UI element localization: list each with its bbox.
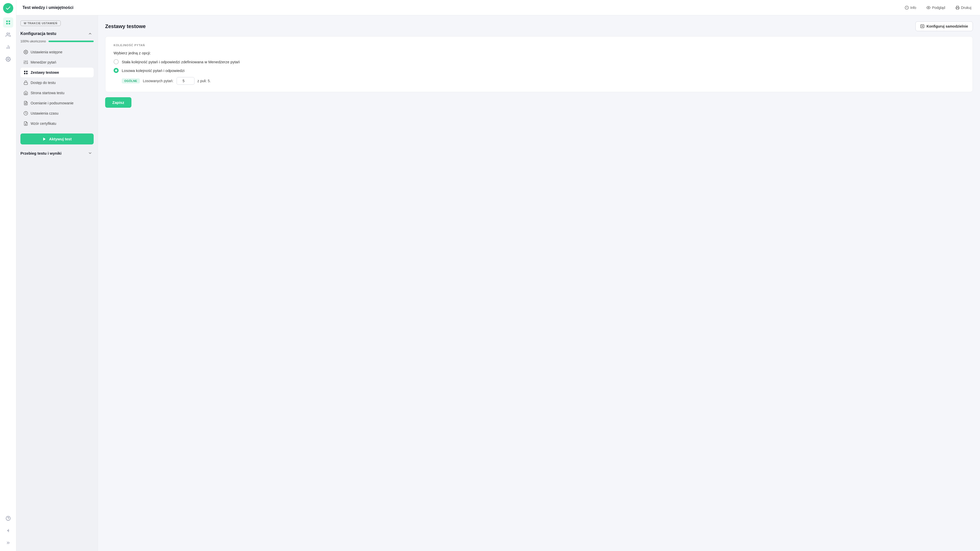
menu-item-zestawy-testowe[interactable]: Zestawy testowe <box>21 68 94 77</box>
svg-point-4 <box>6 33 8 35</box>
info-icon <box>905 6 909 10</box>
nav-back-icon[interactable] <box>3 526 13 536</box>
svg-rect-30 <box>26 73 27 74</box>
config-section-header: Konfiguracja testu <box>21 30 94 37</box>
progress-label: 100% ukończono <box>21 39 46 43</box>
menu-item-ustawienia-wstepne[interactable]: Ustawienia wstępne <box>21 47 94 57</box>
svg-point-15 <box>928 7 929 8</box>
main-section-title: Zestawy testowe <box>105 24 146 29</box>
clock-icon <box>24 111 28 116</box>
doc-icon <box>24 101 28 105</box>
nav-expand-icon[interactable] <box>3 538 13 548</box>
cert-icon <box>24 121 28 126</box>
menu-item-label: Zestawy testowe <box>30 70 59 75</box>
configure-icon <box>920 24 924 28</box>
top-header: Test wiedzy i umiejętności Info Podgląd <box>16 0 980 15</box>
preview-icon <box>926 6 931 10</box>
svg-rect-1 <box>8 21 10 22</box>
main-content: Zestawy testowe Konfiguruj samodzielnie … <box>98 15 980 551</box>
home-icon <box>24 91 28 95</box>
losowanych-label: Losowanych pytań: <box>143 79 173 83</box>
results-section-title: Przebieg testu i wyniki <box>21 151 62 155</box>
menu-item-label: Strona startowa testu <box>30 91 64 95</box>
menu-item-menedzer-pytan[interactable]: Menedżer pytań <box>21 57 94 67</box>
radio-fixed-label: Stała kolejność pytań i odpowiedzi zdefi… <box>122 60 240 64</box>
svg-rect-31 <box>24 83 27 84</box>
menu-item-ocenianie[interactable]: Ocenianie i podsumowanie <box>21 98 94 108</box>
activate-test-button[interactable]: Aktywuj test <box>21 134 94 145</box>
menu-item-label: Ustawienia wstępne <box>30 50 62 54</box>
left-panel: W TRAKCIE USTAWIEŃ Konfiguracja testu 10… <box>16 15 98 551</box>
print-label: Drukuj <box>961 6 971 10</box>
config-collapse-button[interactable] <box>86 30 94 37</box>
svg-point-17 <box>25 51 27 53</box>
app-container: Test wiedzy i umiejętności Info Podgląd <box>16 0 980 551</box>
preview-label: Podgląd <box>932 6 945 10</box>
card-section-label: KOLEJNOŚĆ PYTAŃ <box>114 44 964 47</box>
radio-random-label: Losowa kolejność pytań i odpowiedzi <box>122 68 185 73</box>
activate-btn-label: Aktywuj test <box>49 137 72 141</box>
radio-fixed-circle[interactable] <box>114 59 119 64</box>
menu-item-ustawienia-czasu[interactable]: Ustawienia czasu <box>21 108 94 118</box>
nav-sidebar <box>0 0 16 551</box>
info-label: Info <box>910 6 916 10</box>
menu-item-label: Menedżer pytań <box>30 60 56 64</box>
header-actions: Info Podgląd Drukuj <box>902 4 974 11</box>
losowanych-input[interactable] <box>177 77 194 85</box>
ogolne-badge: OGÓLNE <box>122 78 140 83</box>
nav-chart-icon[interactable] <box>3 42 13 52</box>
nav-grid-icon[interactable] <box>3 18 13 27</box>
print-icon <box>956 6 959 10</box>
chevron-down-icon <box>88 151 92 155</box>
info-button[interactable]: Info <box>902 4 919 11</box>
svg-rect-27 <box>24 71 25 72</box>
menu-item-label: Wzór certyfikatu <box>30 121 56 126</box>
results-collapse-button[interactable] <box>86 150 94 157</box>
nav-help-icon[interactable] <box>3 513 13 524</box>
print-button[interactable]: Drukuj <box>953 4 974 11</box>
app-logo[interactable] <box>3 3 13 13</box>
choose-label: Wybierz jedną z opcji: <box>114 51 964 55</box>
configure-self-button[interactable]: Konfiguruj samodzielnie <box>915 21 973 31</box>
settings-icon <box>24 50 28 54</box>
losowanych-row: OGÓLNE Losowanych pytań: z puli: 5. <box>122 77 964 85</box>
z-puli-text: z puli: 5. <box>197 79 211 83</box>
svg-rect-38 <box>921 25 924 28</box>
menu-item-label: Ocenianie i podsumowanie <box>30 101 73 105</box>
progress-row: 100% ukończono <box>21 39 94 43</box>
save-button[interactable]: Zapisz <box>105 97 131 108</box>
svg-rect-16 <box>956 8 959 9</box>
svg-marker-37 <box>43 137 46 141</box>
status-badge: W TRAKCIE USTAWIEŃ <box>21 21 61 26</box>
menu-item-strona-startowa[interactable]: Strona startowa testu <box>21 88 94 98</box>
configure-self-label: Konfiguruj samodzielnie <box>926 24 968 28</box>
svg-rect-28 <box>26 71 27 72</box>
progress-bar-fill <box>48 41 94 42</box>
main-top-row: Zestawy testowe Konfiguruj samodzielnie <box>105 21 973 31</box>
svg-rect-3 <box>8 23 10 24</box>
nav-settings-icon[interactable] <box>3 54 13 64</box>
radio-option-random[interactable]: Losowa kolejność pytań i odpowiedzi <box>114 68 964 73</box>
svg-point-8 <box>7 59 9 60</box>
nav-users-icon[interactable] <box>3 30 13 40</box>
config-menu: Ustawienia wstępne Menedżer pytań <box>21 47 94 128</box>
menu-item-label: Ustawienia czasu <box>30 111 59 115</box>
page-title: Test wiedzy i umiejętności <box>22 5 902 10</box>
radio-option-fixed[interactable]: Stała kolejność pytań i odpowiedzi zdefi… <box>114 59 964 64</box>
chevron-up-icon <box>88 32 92 36</box>
radio-random-circle[interactable] <box>114 68 119 73</box>
svg-rect-0 <box>6 21 8 22</box>
menu-item-dostep-do-testu[interactable]: Dostęp do testu <box>21 78 94 88</box>
svg-rect-29 <box>24 73 25 74</box>
menu-item-label: Dostęp do testu <box>30 81 56 85</box>
svg-rect-2 <box>6 23 8 24</box>
preview-button[interactable]: Podgląd <box>924 4 948 11</box>
content-area: W TRAKCIE USTAWIEŃ Konfiguracja testu 10… <box>16 15 980 551</box>
config-card: KOLEJNOŚĆ PYTAŃ Wybierz jedną z opcji: S… <box>105 36 973 92</box>
menu-item-wzor-certyfikatu[interactable]: Wzór certyfikatu <box>21 119 94 128</box>
lock-icon <box>24 80 28 85</box>
progress-bar-wrap <box>48 41 94 42</box>
sliders-icon <box>24 60 28 65</box>
results-section[interactable]: Przebieg testu i wyniki <box>21 148 94 158</box>
play-icon <box>42 137 46 141</box>
